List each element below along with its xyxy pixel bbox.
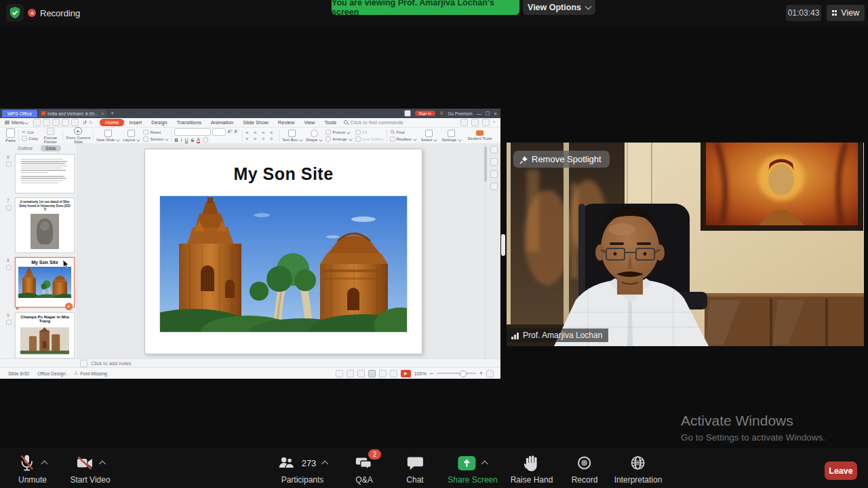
ribbon-tab-home[interactable]: Home <box>100 119 124 126</box>
replace-button[interactable]: Replace <box>390 136 416 142</box>
line-spacing-icon[interactable]: ≡ <box>270 136 276 141</box>
line-outline-button[interactable]: Line Outline <box>355 136 384 142</box>
align-left-icon[interactable]: ≡ <box>245 130 252 135</box>
window-maximize-button[interactable]: ▢ <box>486 111 490 116</box>
font-color-button[interactable]: A <box>197 137 200 143</box>
reset-button[interactable]: Reset <box>143 130 168 135</box>
record-button[interactable]: Record <box>572 454 598 485</box>
chat-button[interactable]: Chat <box>406 454 423 485</box>
ribbon-tab-transitions[interactable]: Transitions <box>177 119 201 126</box>
bold-button[interactable]: B <box>174 138 178 143</box>
participants-caret[interactable] <box>321 461 328 468</box>
slide-sorter-view-icon[interactable] <box>379 370 387 377</box>
find-button[interactable]: Find <box>390 130 416 135</box>
raise-hand-button[interactable]: Raise Hand <box>511 454 553 485</box>
ribbon-tab-tools[interactable]: Tools <box>325 119 337 126</box>
arrange-button[interactable]: Arrange <box>326 136 351 142</box>
select-button[interactable]: Select <box>421 130 437 142</box>
unmute-button[interactable]: Unmute <box>18 454 47 485</box>
font-size-input[interactable] <box>212 128 226 136</box>
spotlight-video[interactable]: Remove Spotlight Prof. Amarjiva Lochan <box>507 143 864 346</box>
bullets-icon[interactable]: ≡ <box>245 136 252 141</box>
notes-toggle-icon[interactable] <box>336 370 343 377</box>
strike-button[interactable]: S <box>191 138 194 143</box>
slide-thumbnail-9[interactable]: Champa Po Nagar in Nha Trang <box>15 312 75 358</box>
numbering-icon[interactable]: ≡ <box>254 136 260 141</box>
collapse-ribbon-button[interactable]: ^ <box>493 120 495 125</box>
ribbon-tab-animation[interactable]: Animation <box>211 119 233 126</box>
student-tools-button[interactable]: Student Tools <box>467 130 492 140</box>
zoom-slider[interactable] <box>437 373 476 374</box>
close-tab-icon[interactable]: × <box>101 111 104 116</box>
window-minimize-button[interactable]: — <box>477 111 481 116</box>
menu-button[interactable]: Menu <box>12 119 24 126</box>
from-current-slide-button[interactable]: ▶ From Current Slide <box>66 127 90 144</box>
theme-name[interactable]: Office Design <box>37 371 66 376</box>
paste-button[interactable]: Paste <box>5 128 16 143</box>
undo-icon[interactable]: ↺ <box>83 119 87 126</box>
command-search-field[interactable]: Click to find commands <box>351 119 403 126</box>
ribbon-tab-slideshow[interactable]: Slide Show <box>243 119 269 126</box>
justify-icon[interactable]: ≡ <box>270 130 276 135</box>
ribbon-tab-insert[interactable]: Insert <box>129 119 142 126</box>
indent-icon[interactable]: ≡ <box>262 136 268 141</box>
view-options-button[interactable]: View Options <box>523 0 595 15</box>
participants-button[interactable]: 273 Participants <box>278 454 328 485</box>
sign-in-button[interactable]: Sign in <box>415 111 435 116</box>
like-icon[interactable] <box>471 119 479 126</box>
fit-slide-icon[interactable] <box>486 370 494 377</box>
view-layout-button[interactable]: View <box>827 5 865 21</box>
ribbon-tab-view[interactable]: View <box>304 119 315 126</box>
layout-button[interactable]: Layout <box>123 130 140 142</box>
copy-button[interactable]: Copy <box>22 136 38 141</box>
highlight-icon[interactable] <box>203 137 208 143</box>
leave-button[interactable]: Leave <box>825 462 857 480</box>
window-close-button[interactable]: × <box>494 111 497 117</box>
go-premium-link[interactable]: Go Premium <box>448 111 472 116</box>
font-name-input[interactable] <box>174 128 211 136</box>
underline-button[interactable]: U <box>184 138 188 143</box>
slide-thumbnail-6[interactable] <box>15 154 75 193</box>
share-options-caret[interactable] <box>481 461 488 468</box>
cloud-icon[interactable] <box>482 119 490 126</box>
decrease-font-icon[interactable]: A⁻ <box>234 129 239 134</box>
notes-bar[interactable]: Click to add notes <box>0 358 500 368</box>
fill-button[interactable]: Fill <box>355 130 384 135</box>
align-right-icon[interactable]: ≡ <box>262 130 268 135</box>
editor-scrollbar[interactable] <box>484 144 487 358</box>
new-tab-button[interactable]: + <box>111 110 114 117</box>
share-doc-icon[interactable] <box>460 119 468 126</box>
picture-button[interactable]: Picture <box>326 130 351 135</box>
video-options-caret[interactable] <box>99 461 106 468</box>
format-painter-button[interactable]: Format Painter <box>41 128 60 144</box>
panel-resize-handle[interactable] <box>501 234 505 256</box>
print-icon[interactable] <box>62 119 69 126</box>
wps-document-tab[interactable]: India and Vietnam: A Shared Past (2 × <box>39 110 106 117</box>
ribbon-tab-design[interactable]: Design <box>151 119 167 126</box>
meeting-info-chip[interactable] <box>6 4 24 22</box>
text-box-button[interactable]: Text Box <box>282 130 302 142</box>
italic-button[interactable]: I <box>180 138 182 143</box>
unmute-options-caret[interactable] <box>41 461 48 468</box>
settings-button[interactable]: Settings <box>441 130 461 142</box>
pane-icon[interactable] <box>490 146 498 153</box>
slide-canvas[interactable]: My Son Site <box>144 149 422 354</box>
open-file-icon[interactable] <box>43 119 50 126</box>
save-icon[interactable] <box>52 119 60 126</box>
font-missing-label[interactable]: Font Missing <box>80 371 107 376</box>
window-app-icon[interactable] <box>404 110 411 117</box>
zoom-out-icon[interactable]: – <box>430 370 433 377</box>
zoom-slider-knob[interactable] <box>460 371 467 377</box>
qa-button[interactable]: 2 Q&A <box>355 454 373 485</box>
animation-pane-icon[interactable] <box>490 170 498 178</box>
remove-spotlight-button[interactable]: Remove Spotlight <box>513 151 610 168</box>
play-animation-icon[interactable]: ▶ <box>16 305 20 310</box>
slideshow-play-button[interactable]: ▶ <box>401 370 411 377</box>
cut-button[interactable]: ✂Cut <box>22 130 38 134</box>
slide-thumbnail-7[interactable]: A tentatively 1st cen dated of Shiv Deit… <box>15 198 75 253</box>
handouts-icon[interactable] <box>357 370 365 377</box>
comment-pane-icon[interactable] <box>490 158 498 166</box>
comments-toggle-icon[interactable] <box>347 370 354 377</box>
zoom-in-icon[interactable]: + <box>479 370 483 377</box>
slide-tab[interactable]: Slide <box>41 145 61 151</box>
